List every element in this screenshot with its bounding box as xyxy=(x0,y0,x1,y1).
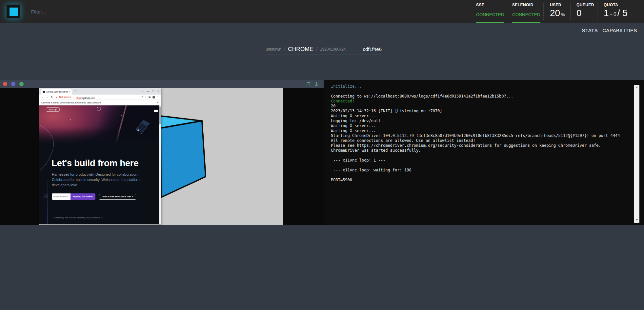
browser-window-controls: ⌄ — ▢ ✕ xyxy=(142,88,159,95)
status-divider xyxy=(543,3,544,20)
maximize-icon[interactable]: ▢ xyxy=(152,90,154,93)
status-quota: QUOTA 1+0/ 5 xyxy=(604,0,636,23)
hero-subheading: Harnessed for productivity. Designed for… xyxy=(52,172,152,188)
session-browser: CHROME xyxy=(288,46,313,53)
status-selenoid: SELENOID CONNECTED xyxy=(512,0,540,23)
filter-input[interactable] xyxy=(31,7,156,16)
not-secure-label[interactable]: Not secure xyxy=(59,96,71,99)
tab-search-icon[interactable]: ⌄ xyxy=(142,90,144,93)
quota-label: QUOTA xyxy=(604,3,618,7)
log-line: PORT=5900 xyxy=(331,178,630,183)
quota-value: 1+0/ 5 xyxy=(604,8,628,18)
used-unit: % xyxy=(561,12,565,17)
upload-icon[interactable] xyxy=(314,81,319,86)
email-field[interactable] xyxy=(52,193,70,200)
status-sse: SSE CONNECTED xyxy=(476,0,504,23)
more-menu-icon[interactable]: ⋮ xyxy=(157,96,159,99)
browser-tab[interactable]: GitHub: Let's build from h... ✕ xyxy=(41,89,72,95)
enterprise-trial-button[interactable]: Start a free enterprise trial > xyxy=(99,194,136,200)
github-logo-icon[interactable] xyxy=(97,107,101,111)
signup-for-github-button[interactable]: Sign up for GitHub xyxy=(70,193,95,200)
log-panel: Initialize... Connecting to ws://localho… xyxy=(324,80,644,225)
used-value: 20% xyxy=(550,8,565,18)
log-line xyxy=(331,163,630,168)
hamburger-menu-icon[interactable] xyxy=(154,109,158,113)
tab-close-icon[interactable]: ✕ xyxy=(69,91,70,93)
forward-icon[interactable]: → xyxy=(46,96,49,99)
cube-graphic xyxy=(157,114,210,201)
page-scrollbar-thumb[interactable] xyxy=(159,106,161,124)
infobar-close-icon[interactable]: ✕ xyxy=(157,101,159,104)
sse-label: SSE xyxy=(476,3,484,7)
spaceship-illustration xyxy=(134,119,151,136)
vnc-titlebar xyxy=(0,80,324,88)
github-favicon-icon xyxy=(43,91,45,93)
session-card[interactable]: unknown / CHROME / 1920x1080x24 cdf1f4e6 xyxy=(266,44,382,55)
log-line: Please see https://chromedriver.chromium… xyxy=(331,143,630,148)
browser-tab-title: GitHub: Let's build from h... xyxy=(46,91,68,93)
minimize-icon[interactable]: — xyxy=(147,90,149,93)
log-line xyxy=(331,89,630,94)
page-scrollbar[interactable] xyxy=(159,105,161,224)
remote-browser-window: GitHub: Let's build from h... ✕ + ⌄ — ▢ … xyxy=(39,88,161,224)
hero-cta-row: Sign up for GitHub Start a free enterpri… xyxy=(52,193,136,200)
code-bracket-badge: <> xyxy=(44,194,48,198)
selenoid-logo[interactable] xyxy=(7,5,20,18)
log-scrollbar[interactable] xyxy=(634,85,639,223)
selenoid-status-underline xyxy=(512,22,540,23)
selenoid-value: CONNECTED xyxy=(512,12,540,17)
browser-address-bar: ← → ↻ ▲ Not secure | https://github.com … xyxy=(39,95,161,100)
log-line: Waiting X server... xyxy=(331,114,630,119)
session-id: cdf1f4e6 xyxy=(363,46,382,52)
star-dot xyxy=(121,115,122,116)
log-line: Waiting X server... xyxy=(331,123,630,128)
log-line: Connecting to ws://localhost:8080/ws/log… xyxy=(331,94,630,99)
log-line: Connected! xyxy=(331,99,630,104)
clipboard-icon[interactable] xyxy=(306,81,311,86)
share-icon[interactable]: ⤤ xyxy=(141,96,143,99)
star-dot xyxy=(88,109,89,109)
selenoid-ui-app: SSE CONNECTED SELENOID CONNECTED USED 20… xyxy=(0,0,644,310)
selenoid-logo-square-icon xyxy=(10,8,18,16)
signup-header-button[interactable]: Sign up xyxy=(46,107,60,112)
back-icon[interactable]: ← xyxy=(41,96,44,99)
reading-list-icon[interactable]: ▣ xyxy=(148,96,151,99)
queued-label: QUEUED xyxy=(576,3,594,7)
automation-infobar: Chrome is being controlled by automated … xyxy=(39,100,161,105)
reload-icon[interactable]: ↻ xyxy=(51,96,53,99)
not-secure-warning-icon: ▲ xyxy=(55,96,57,98)
session-user: unknown xyxy=(266,47,281,52)
session-separator: / xyxy=(315,46,318,52)
window-maximize-button[interactable] xyxy=(19,82,24,86)
trusted-orgs-text: Trusted by the world's leading organizat… xyxy=(52,216,103,219)
bookmark-star-icon[interactable]: ☆ xyxy=(145,96,147,99)
queued-value: 0 xyxy=(576,8,582,18)
url-scheme-struck: https xyxy=(76,97,81,100)
tab-stats[interactable]: STATS xyxy=(582,28,598,33)
profile-avatar[interactable] xyxy=(152,96,155,99)
log-output: Initialize... Connecting to ws://localho… xyxy=(331,84,630,183)
url-text[interactable]: https://github.com xyxy=(76,94,95,100)
vnc-panel: GitHub: Let's build from h... ✕ + ⌄ — ▢ … xyxy=(0,80,324,225)
status-divider xyxy=(570,3,571,20)
log-line: Logging to: /dev/null xyxy=(331,119,630,123)
vnc-screen[interactable]: GitHub: Let's build from h... ✕ + ⌄ — ▢ … xyxy=(39,88,283,225)
scroll-down-icon[interactable] xyxy=(635,219,638,221)
log-line: 2023/02/13 14:32:16 [INIT] [Listening on… xyxy=(331,109,630,114)
selenoid-label: SELENOID xyxy=(512,3,533,7)
top-bar: SSE CONNECTED SELENOID CONNECTED USED 20… xyxy=(0,0,644,23)
sse-value: CONNECTED xyxy=(476,12,504,17)
log-line: ChromeDriver was started successfully. xyxy=(331,148,630,153)
close-icon[interactable]: ✕ xyxy=(157,90,159,93)
address-bar-actions: ⤤ ☆ ▣ ⋮ xyxy=(141,96,159,99)
browser-tabstrip: GitHub: Let's build from h... ✕ + ⌄ — ▢ … xyxy=(39,88,161,95)
scroll-up-icon[interactable] xyxy=(635,87,638,88)
window-minimize-button[interactable] xyxy=(11,82,15,86)
window-close-button[interactable] xyxy=(3,82,7,86)
tab-capabilities[interactable]: CAPABILITIES xyxy=(602,28,637,33)
log-line xyxy=(331,173,630,178)
status-divider xyxy=(597,3,597,20)
log-line: Waiting X server... xyxy=(331,128,630,133)
new-tab-button[interactable]: + xyxy=(74,89,76,93)
star-dot xyxy=(70,119,71,120)
